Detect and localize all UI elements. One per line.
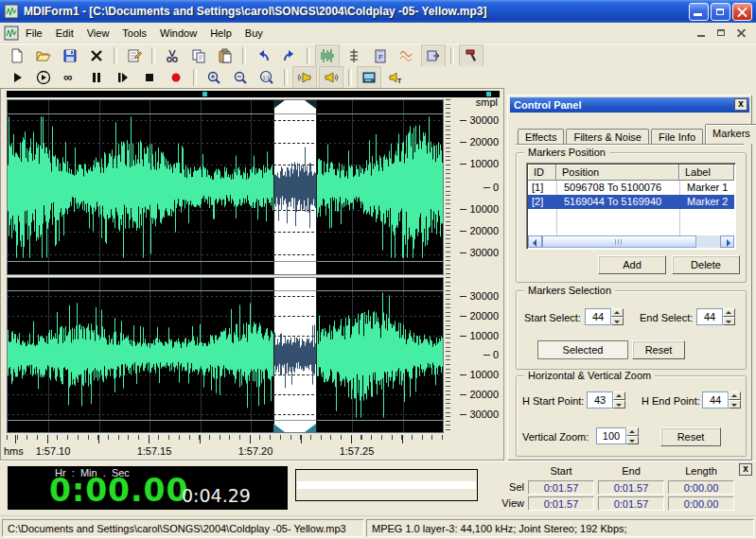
display-info-button[interactable] [357,66,381,89]
pause-button[interactable] [84,66,109,89]
save-file-button[interactable] [58,44,82,67]
column-header-position[interactable]: Position [556,165,679,181]
markers-selection-label: Markers Selection [524,285,615,296]
control-panel-titlebar[interactable]: Control Panel x [510,97,749,113]
progress-bar[interactable] [295,469,478,501]
menu-edit[interactable]: Edit [49,26,80,41]
stop-button[interactable] [137,66,162,89]
tools-button[interactable] [459,44,483,67]
delete-marker-button[interactable]: Delete [672,255,740,274]
cut-button[interactable] [160,44,185,67]
column-header-label[interactable]: Label [679,165,734,181]
open-file-button[interactable] [31,44,56,67]
tab-filters-noise[interactable]: Filters & Noise [566,129,649,145]
h-end-value[interactable]: 44 [702,391,729,409]
menu-view[interactable]: View [80,26,116,41]
mdi-close-button[interactable] [733,26,750,41]
export-audio-button[interactable] [421,44,446,67]
loop-infinite-button[interactable]: ∞ [58,66,82,89]
spin-up-icon[interactable] [729,391,741,400]
menu-tools[interactable]: Tools [115,26,153,41]
play-all-button[interactable] [31,66,56,89]
selected-button[interactable]: Selected [537,340,628,359]
status-bar: C:\Documents and Settings\carol\SONGS\20… [0,515,756,539]
zoom-actual-button[interactable]: 1:1 [255,66,279,89]
h-start-value[interactable]: 43 [587,391,613,409]
selection-info-close-icon[interactable]: x [739,463,752,476]
redo-button[interactable] [277,44,302,67]
speaker-right-icon [324,70,339,85]
undo-button[interactable] [251,44,275,67]
close-button[interactable] [732,3,752,21]
properties-button[interactable] [122,44,147,67]
svg-text:1:1: 1:1 [262,74,270,79]
vertical-zoom-value[interactable]: 100 [596,427,626,444]
mdi-minimize-button[interactable] [694,26,711,41]
toolbar-separator [348,69,352,86]
speaker-left-button[interactable] [292,66,317,89]
zoom-in-button[interactable] [202,66,226,89]
control-panel-title: Control Panel [514,99,582,111]
amplitude-tick-label: 20000 [469,136,499,148]
spin-down-icon[interactable] [611,317,624,325]
record-button[interactable] [164,66,188,89]
tab-markers[interactable]: Markers [705,124,756,144]
speaker-right-button[interactable] [319,66,343,89]
paste-button[interactable] [213,44,237,67]
copy-icon [191,48,206,63]
spin-down-icon[interactable] [723,317,735,325]
delete-file-button[interactable] [84,44,109,67]
spin-down-icon[interactable] [729,400,741,409]
selection-info-header-length: Length [668,465,734,477]
mdi-restore-button[interactable] [713,26,730,41]
menu-help[interactable]: Help [203,26,238,41]
tab-effects[interactable]: Effects [518,129,564,145]
export-audio-icon [426,48,441,63]
speaker-text-button[interactable]: T [383,66,408,89]
overview-position-marker[interactable] [202,92,207,96]
toolbar-separator [307,47,310,64]
add-marker-button[interactable]: Add [598,255,666,274]
waveform-right-channel[interactable] [8,278,443,432]
markers-table-body[interactable]: [1]5096708 To 5100076Marker 1[2]5169044 … [528,181,734,235]
table-row[interactable]: [2]5169044 To 5169940Marker 2 [528,195,734,209]
marker-tool-button[interactable] [342,44,366,67]
tab-file-info[interactable]: File Info [651,129,703,145]
menu-window[interactable]: Window [153,26,203,41]
scroll-right-icon[interactable] [720,235,734,248]
overview-bar[interactable] [7,91,500,97]
markers-selection-group: Markers Selection Start Select: 44 End S… [516,290,747,370]
play-button[interactable] [5,66,29,89]
spin-up-icon[interactable] [723,308,735,317]
zoom-out-button[interactable] [228,66,253,89]
spin-up-icon[interactable] [613,391,625,400]
spin-down-icon[interactable] [626,436,639,444]
column-header-id[interactable]: ID [528,165,556,181]
start-select-value[interactable]: 44 [585,308,611,325]
restore-button[interactable] [711,3,730,21]
new-file-button[interactable] [5,44,29,67]
toolbar-separator [151,47,155,64]
effects-wave-button[interactable] [395,44,419,67]
spin-up-icon[interactable] [611,308,624,317]
step-forward-button[interactable] [111,66,135,89]
markers-table-scrollbar[interactable] [528,235,734,248]
markers-reset-button[interactable]: Reset [632,340,685,359]
scroll-left-icon[interactable] [528,235,542,248]
menu-buy[interactable]: Buy [238,26,270,41]
minimize-button[interactable] [689,3,709,21]
waveform-view-button[interactable] [315,44,340,67]
copy-button[interactable] [186,44,211,67]
spin-up-icon[interactable] [626,427,639,436]
selection-info-value: 0:01.57 [598,480,664,495]
amplitude-tick-label: 0 [493,182,499,193]
zoom-reset-button[interactable]: Reset [660,427,721,446]
table-row[interactable]: [1]5096708 To 5100076Marker 1 [528,181,734,195]
scrollbar-thumb[interactable] [542,235,696,248]
waveform-left-channel[interactable] [8,100,443,274]
end-select-value[interactable]: 44 [696,308,723,325]
paste-special-button[interactable]: F [368,44,393,67]
spin-down-icon[interactable] [613,400,625,409]
control-panel-close-icon[interactable]: x [734,98,747,111]
menu-file[interactable]: File [19,26,49,41]
